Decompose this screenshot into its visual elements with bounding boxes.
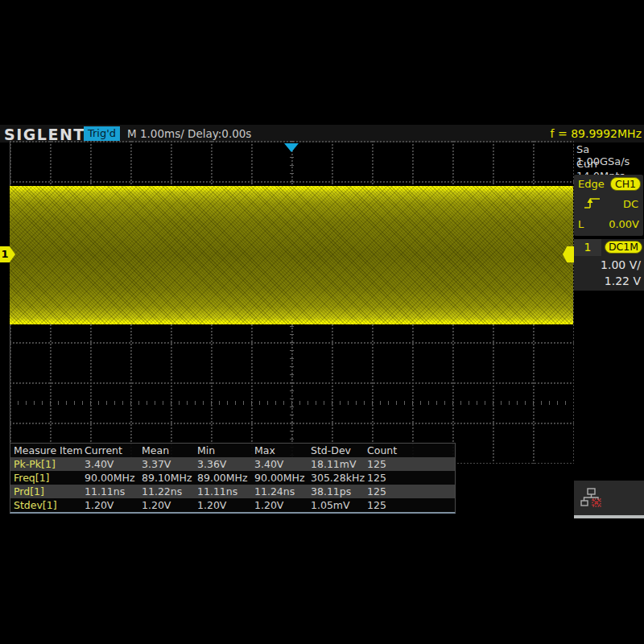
measurement-table-header: Measure Item Current Mean Min Max Std-De… bbox=[10, 444, 455, 457]
timebase-readout[interactable]: M 1.00ms/ Delay:0.00s bbox=[127, 127, 251, 140]
trigger-status-badge[interactable]: Trig'd bbox=[84, 126, 120, 141]
trigger-coupling-label: DC bbox=[623, 198, 638, 210]
horizontal-axis-ticks bbox=[10, 401, 573, 405]
header-bar: SIGLENT Trig'd M 1.00ms/ Delay:0.00s f =… bbox=[0, 125, 644, 142]
status-panel bbox=[574, 481, 644, 515]
trigger-type-label: Edge bbox=[578, 178, 605, 190]
measurement-table[interactable]: Measure Item Current Mean Min Max Std-De… bbox=[10, 443, 456, 514]
channel1-coupling-badge[interactable]: DC1M bbox=[605, 241, 642, 254]
trigger-source-badge[interactable]: CH1 bbox=[610, 177, 641, 191]
trigger-position-marker-icon[interactable] bbox=[284, 143, 299, 152]
table-row-freq: Freq[1] 90.00MHz 89.10MHz 89.00MHz 90.00… bbox=[10, 471, 455, 485]
trigger-level-label: L bbox=[578, 218, 584, 230]
channel1-waveform-band[interactable] bbox=[10, 186, 573, 324]
channel1-offset-value: 1.22 V bbox=[605, 275, 641, 287]
channel1-marker-label: 1 bbox=[0, 246, 10, 262]
channel1-number-tab[interactable]: 1 bbox=[574, 239, 601, 256]
oscilloscope-screen: SIGLENT Trig'd M 1.00ms/ Delay:0.00s f =… bbox=[0, 125, 644, 519]
table-row-pkpk: Pk-Pk[1] 3.40V 3.37V 3.36V 3.40V 18.11mV… bbox=[10, 457, 455, 471]
table-row-prd: Prd[1] 11.11ns 11.22ns 11.11ns 11.24ns 3… bbox=[10, 485, 455, 498]
frequency-counter: f = 89.9992MHz bbox=[551, 127, 642, 140]
channel1-info-panel[interactable]: 1 DC1M 1.00 V/ 1.22 V bbox=[574, 239, 644, 291]
rising-edge-icon bbox=[584, 196, 601, 211]
network-disconnected-icon bbox=[580, 488, 603, 509]
trigger-panel[interactable]: Edge CH1 DC L 0.00V bbox=[574, 175, 643, 236]
trigger-level-value: 0.00V bbox=[609, 218, 639, 230]
channel1-volts-per-div: 1.00 V/ bbox=[601, 258, 641, 271]
table-row-stdev: Stdev[1] 1.20V 1.20V 1.20V 1.20V 1.05mV … bbox=[10, 498, 455, 512]
screen-bottom-divider bbox=[574, 515, 644, 518]
